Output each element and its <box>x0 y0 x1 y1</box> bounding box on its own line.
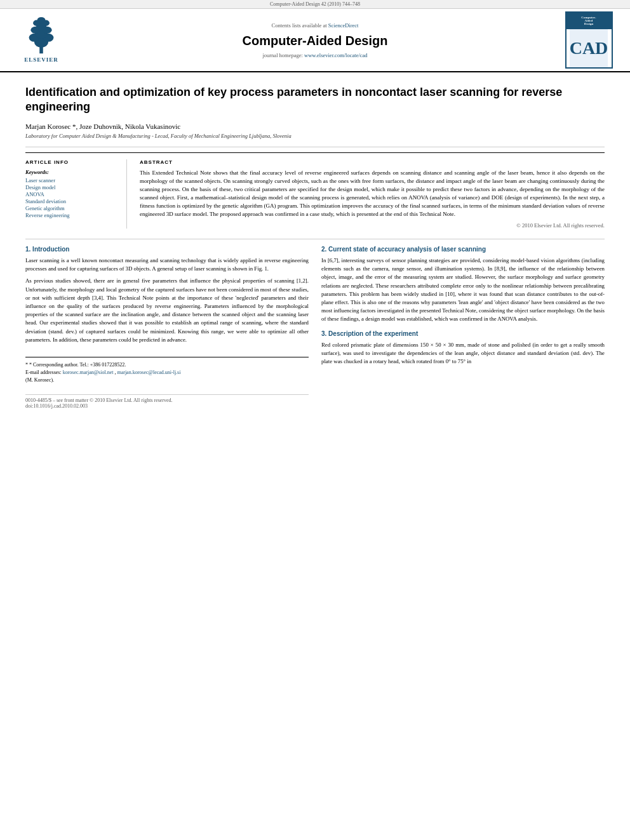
cad-logo-top: Computer-AidedDesign <box>566 13 612 29</box>
elsevier-logo-container: ELSEVIER <box>13 11 70 69</box>
sciencedirect-link[interactable]: ScienceDirect <box>328 22 359 29</box>
header-center: Contents lists available at ScienceDirec… <box>70 11 560 69</box>
section1-para1: Laser scanning is a well known noncontac… <box>25 257 309 273</box>
section1-body: Laser scanning is a well known noncontac… <box>25 257 309 344</box>
cad-logo-container: Computer-AidedDesign CAD <box>560 11 617 69</box>
elsevier-tree-icon <box>22 17 60 55</box>
keyword-1: Laser scanner <box>25 177 119 183</box>
keyword-2: Design model <box>25 184 119 190</box>
article-info: ARTICLE INFO Keywords: Laser scanner Des… <box>25 159 127 229</box>
section1-heading: 1. Introduction <box>25 246 309 253</box>
keyword-4: Standard deviation <box>25 198 119 204</box>
footnote-corresponding-text: * Corresponding author. Tel.: +386 01722… <box>29 362 126 368</box>
section3-heading: 3. Description of the experiment <box>321 330 605 337</box>
citation-text: Computer-Aided Design 42 (2010) 744–748 <box>270 1 360 7</box>
section2-para1: In [6,7], interesting surveys of sensor … <box>321 257 605 324</box>
keyword-3: ANOVA <box>25 191 119 197</box>
page-container: Computer-Aided Design 42 (2010) 744–748 <box>0 0 630 840</box>
elsevier-logo: ELSEVIER <box>22 17 60 63</box>
section2-heading: 2. Current state of accuracy analysis of… <box>321 246 605 253</box>
email-link-1[interactable]: korosec.marjan@siol.net <box>63 370 114 375</box>
bottom-bar: 0010-4485/$ – see front matter © 2010 El… <box>25 394 309 409</box>
cad-logo-top-text: Computer-AidedDesign <box>580 15 597 27</box>
journal-title: Computer-Aided Design <box>243 34 388 48</box>
keyword-5: Genetic algorithm <box>25 205 119 211</box>
section2-body: In [6,7], interesting surveys of sensor … <box>321 257 605 324</box>
copyright: © 2010 Elsevier Ltd. All rights reserved… <box>140 222 605 229</box>
keyword-6: Reverse engineering <box>25 212 119 218</box>
section3-para1: Red colored prismatic plate of dimension… <box>321 341 605 366</box>
footnote-star: * <box>25 362 28 368</box>
cad-logo-box: Computer-AidedDesign CAD <box>565 11 613 69</box>
divider-top <box>25 147 605 147</box>
svg-point-10 <box>37 17 46 23</box>
issn-text: 0010-4485/$ – see front matter © 2010 El… <box>25 397 309 403</box>
keywords-label: Keywords: <box>25 169 119 175</box>
abstract-text: This Extended Technical Note shows that … <box>140 169 605 218</box>
homepage-link[interactable]: www.elsevier.com/locate/cad <box>304 52 368 58</box>
email-label: E-mail addresses: <box>25 370 62 375</box>
citation-bar: Computer-Aided Design 42 (2010) 744–748 <box>0 0 630 9</box>
footnote-section: * * Corresponding author. Tel.: +386 017… <box>25 357 309 384</box>
two-col-body: 1. Introduction Laser scanning is a well… <box>25 246 605 409</box>
col-right: 2. Current state of accuracy analysis of… <box>321 246 605 409</box>
abstract-label: ABSTRACT <box>140 159 605 165</box>
authors-text: Marjan Korosec *, Joze Duhovnik, Nikola … <box>25 123 180 130</box>
article-title: Identification and optimization of key p… <box>25 85 605 115</box>
col-left: 1. Introduction Laser scanning is a well… <box>25 246 309 409</box>
footnote-email: E-mail addresses: korosec.marjan@siol.ne… <box>25 369 309 377</box>
divider-mid <box>25 239 605 239</box>
keywords-list: Laser scanner Design model ANOVA Standar… <box>25 177 119 218</box>
contents-available: Contents lists available at ScienceDirec… <box>272 22 359 29</box>
article-body: ARTICLE INFO Keywords: Laser scanner Des… <box>25 152 605 229</box>
footnote-corresponding: * * Corresponding author. Tel.: +386 017… <box>25 361 309 369</box>
journal-homepage: journal homepage: www.elsevier.com/locat… <box>262 52 367 58</box>
section1-para2: As previous studies showed, there are in… <box>25 277 309 344</box>
doi-text: doi:10.1016/j.cad.2010.02.003 <box>25 403 309 409</box>
affiliation: Laboratory for Computer Aided Design & M… <box>25 133 605 139</box>
authors: Marjan Korosec *, Joze Duhovnik, Nikola … <box>25 123 605 130</box>
elsevier-text: ELSEVIER <box>24 57 58 63</box>
abstract-section: ABSTRACT This Extended Technical Note sh… <box>140 159 605 229</box>
footnote-note: (M. Korosec). <box>25 377 309 384</box>
email-link-2[interactable]: marjan.korosec@lecad.uni-lj.si <box>117 370 180 375</box>
cad-letters: CAD <box>570 39 608 57</box>
main-content: Identification and optimization of key p… <box>0 72 630 422</box>
article-info-label: ARTICLE INFO <box>25 159 119 165</box>
section3-body: Red colored prismatic plate of dimension… <box>321 341 605 366</box>
journal-header: ELSEVIER Contents lists available at Sci… <box>0 9 630 72</box>
